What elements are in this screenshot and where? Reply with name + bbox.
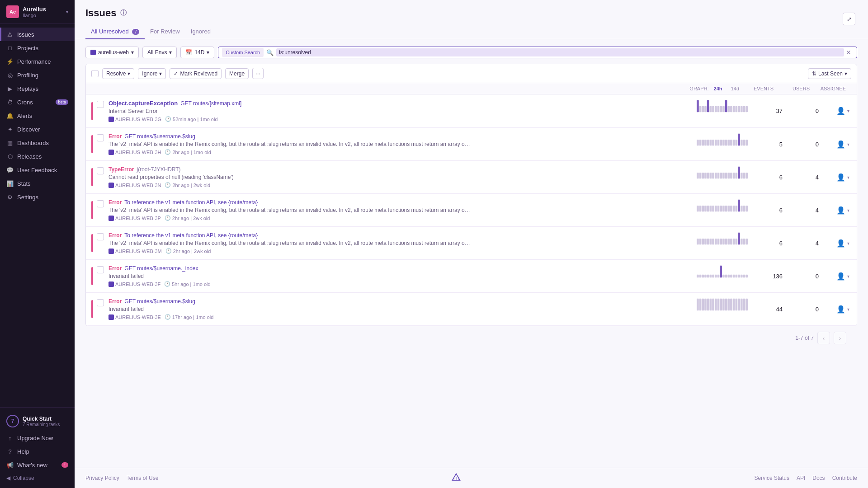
row-checkbox[interactable]: [97, 167, 104, 174]
svg-rect-25: [710, 140, 712, 145]
assignee-value[interactable]: 👤 ▾: [824, 272, 851, 281]
assignee-value[interactable]: 👤 ▾: [824, 173, 851, 182]
users-value: 4: [788, 174, 824, 181]
issue-route: GET routes/[sitemap.xml]: [180, 100, 241, 107]
sidebar-item-crons[interactable]: ⏱ Crons beta: [0, 95, 75, 109]
privacy-policy-link[interactable]: Privacy Policy: [85, 475, 119, 481]
assignee-value[interactable]: 👤 ▾: [824, 140, 851, 149]
docs-link[interactable]: Docs: [812, 475, 825, 481]
sidebar-item-performance[interactable]: ⚡ Performance: [0, 55, 75, 68]
whats-new-button[interactable]: 📢 What's new 1: [0, 458, 75, 472]
env-chevron-icon: ▾: [169, 49, 172, 56]
collapse-button[interactable]: ◀ Collapse: [0, 472, 75, 484]
clear-search-button[interactable]: ✕: [844, 47, 853, 58]
table-row[interactable]: Error GET routes/$username.$slug Invaria…: [86, 293, 857, 326]
project-icon: [108, 150, 114, 155]
issue-title-line[interactable]: Object.captureException GET routes/[site…: [108, 100, 693, 107]
upgrade-now-button[interactable]: ↑ Upgrade Now: [0, 431, 75, 445]
sidebar-item-issues[interactable]: ⚠ Issues: [0, 28, 75, 41]
assignee-value[interactable]: 👤 ▾: [824, 239, 851, 248]
issue-title-line[interactable]: TypeError j(root-7JYXHDRT): [108, 166, 693, 173]
table-row[interactable]: Error GET routes/$username.$slug The 'v2…: [86, 128, 857, 161]
tab-ignored[interactable]: Ignored: [185, 24, 216, 39]
sidebar-item-profiling[interactable]: ◎ Profiling: [0, 68, 75, 82]
merge-button[interactable]: Merge: [225, 68, 249, 79]
assignee-value[interactable]: 👤 ▾: [824, 107, 851, 115]
env-filter[interactable]: All Envs ▾: [142, 47, 177, 58]
table-row[interactable]: Error To reference the v1 meta function …: [86, 194, 857, 227]
mark-reviewed-button[interactable]: ✓ Mark Reviewed: [170, 68, 222, 79]
more-actions-button[interactable]: ···: [252, 68, 264, 79]
expand-button[interactable]: ⤢: [843, 13, 855, 25]
expand-icon: ⤢: [847, 16, 852, 23]
terms-link[interactable]: Terms of Use: [127, 475, 159, 481]
issue-title-line[interactable]: Error To reference the v1 meta function …: [108, 199, 693, 206]
priority-indicator: [91, 201, 93, 219]
next-page-button[interactable]: ›: [834, 332, 846, 344]
issue-description: The 'v2_meta' API is enabled in the Remi…: [108, 240, 470, 246]
sidebar-item-label: Profiling: [17, 72, 38, 79]
issue-description: The 'v2_meta' API is enabled in the Remi…: [108, 141, 470, 147]
row-checkbox[interactable]: [97, 299, 104, 306]
collapse-label: Collapse: [13, 475, 34, 481]
org-info: Aurelius Ilango: [23, 6, 62, 18]
contribute-link[interactable]: Contribute: [832, 475, 857, 481]
row-checkbox[interactable]: [97, 200, 104, 207]
whats-new-label: What's new: [17, 462, 47, 469]
sidebar-item-alerts[interactable]: 🔔 Alerts: [0, 109, 75, 122]
issue-title-line[interactable]: Error To reference the v1 meta function …: [108, 232, 693, 239]
sidebar-item-stats[interactable]: 📊 Stats: [0, 177, 75, 190]
table-row[interactable]: Error GET routes/$username._index Invari…: [86, 260, 857, 293]
quick-start-section[interactable]: 7 Quick Start 7 Remaining tasks: [0, 411, 75, 431]
issue-title-line[interactable]: Error GET routes/$username.$slug: [108, 298, 693, 305]
table-row[interactable]: Object.captureException GET routes/[site…: [86, 94, 857, 128]
row-checkbox[interactable]: [97, 233, 104, 240]
sidebar-item-dashboards[interactable]: ▦ Dashboards: [0, 136, 75, 150]
sidebar-item-projects[interactable]: □ Projects: [0, 41, 75, 55]
select-all-checkbox[interactable]: [91, 70, 99, 77]
events-value: 136: [752, 273, 788, 280]
issue-title-line[interactable]: Error GET routes/$username.$slug: [108, 133, 693, 140]
api-link[interactable]: API: [797, 475, 805, 481]
sidebar-item-replays[interactable]: ▶ Replays: [0, 82, 75, 95]
project-filter[interactable]: aurelius-web ▾: [85, 47, 139, 58]
assignee-value[interactable]: 👤 ▾: [824, 305, 851, 314]
sort-button[interactable]: ⇅ Last Seen ▾: [808, 68, 851, 79]
sidebar-item-user-feedback[interactable]: 💬 User Feedback: [0, 163, 75, 177]
resolve-button[interactable]: Resolve ▾: [102, 68, 134, 79]
svg-rect-126: [712, 299, 714, 311]
tab-all-unresolved[interactable]: All Unresolved 7: [85, 24, 145, 39]
sidebar-header[interactable]: Ac Aurelius Ilango ▾: [0, 0, 75, 24]
row-checkbox[interactable]: [97, 101, 104, 108]
prev-page-button[interactable]: ‹: [817, 332, 830, 344]
help-button[interactable]: ? Help: [0, 445, 75, 458]
sidebar-item-discover[interactable]: ✦ Discover: [0, 122, 75, 136]
svg-rect-128: [717, 299, 720, 311]
table-row[interactable]: TypeError j(root-7JYXHDRT) Cannot read p…: [86, 161, 857, 194]
24h-sort[interactable]: 24h: [710, 86, 726, 91]
svg-rect-6: [712, 106, 714, 112]
row-checkbox[interactable]: [97, 134, 104, 141]
svg-rect-123: [704, 299, 707, 311]
issue-route: To reference the v1 meta function API, s…: [124, 232, 258, 239]
svg-rect-134: [733, 299, 735, 311]
svg-rect-105: [710, 275, 712, 278]
sidebar-item-settings[interactable]: ⚙ Settings: [0, 190, 75, 204]
tab-for-review[interactable]: For Review: [145, 24, 185, 39]
table-row[interactable]: Error To reference the v1 meta function …: [86, 227, 857, 260]
dashboards-icon: ▦: [6, 139, 14, 146]
help-circle-icon[interactable]: ⓘ: [120, 9, 127, 17]
sidebar-item-label: Crons: [17, 99, 33, 106]
svg-rect-1: [699, 106, 702, 112]
svg-rect-111: [725, 275, 727, 278]
row-checkbox[interactable]: [97, 266, 104, 273]
issue-last-seen: 🕐 2hr ago | 1mo old: [165, 149, 211, 155]
service-status-link[interactable]: Service Status: [755, 475, 789, 481]
sidebar-item-releases[interactable]: ⬡ Releases: [0, 150, 75, 163]
time-filter[interactable]: 📅 14D ▾: [180, 47, 214, 58]
issue-title-line[interactable]: Error GET routes/$username._index: [108, 265, 693, 272]
14d-sort[interactable]: 14d: [727, 86, 743, 91]
ignore-button[interactable]: Ignore ▾: [138, 68, 166, 79]
assignee-value[interactable]: 👤 ▾: [824, 206, 851, 215]
search-bar[interactable]: Custom Search 🔍 is:unresolved ✕: [218, 47, 857, 58]
